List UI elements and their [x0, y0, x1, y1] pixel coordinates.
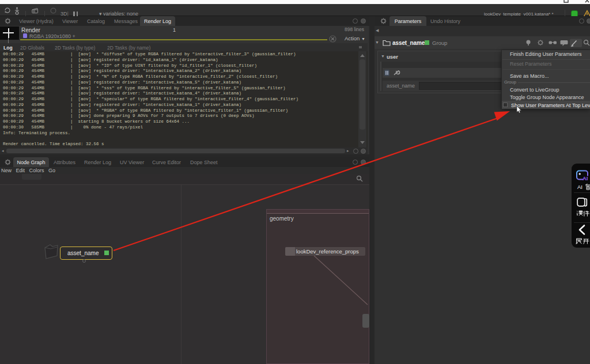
svg-text:AI: AI: [583, 175, 588, 181]
svg-text:AI: AI: [577, 184, 583, 190]
